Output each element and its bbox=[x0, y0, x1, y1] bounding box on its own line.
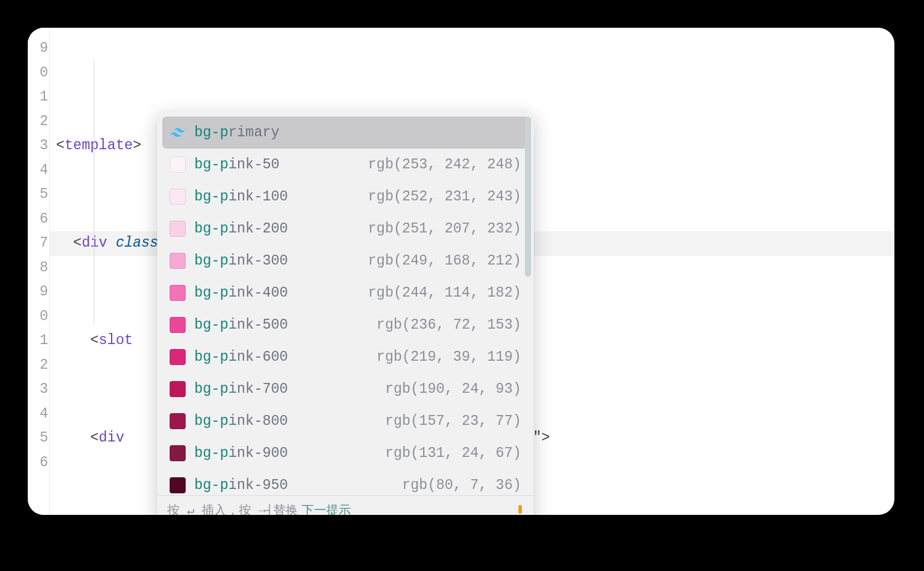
autocomplete-item[interactable]: bg-pink-200rgb(251, 207, 232) bbox=[162, 213, 529, 245]
autocomplete-label: bg-pink-50 bbox=[194, 157, 368, 173]
line-number: 8 bbox=[28, 256, 49, 281]
autocomplete-label: bg-primary bbox=[194, 125, 521, 141]
autocomplete-item[interactable]: bg-pink-50rgb(253, 242, 248) bbox=[162, 149, 529, 181]
autocomplete-value: rgb(80, 7, 36) bbox=[402, 477, 521, 493]
autocomplete-label: bg-pink-500 bbox=[194, 317, 376, 333]
autocomplete-footer: 按 ↵ 插入，按 →┤替换 下一提示 ••• bbox=[157, 495, 534, 515]
autocomplete-label: bg-pink-400 bbox=[194, 285, 368, 301]
line-number: 2 bbox=[28, 353, 49, 378]
autocomplete-label: bg-pink-600 bbox=[194, 349, 376, 365]
line-number: 7 bbox=[28, 231, 49, 256]
line-number: 6 bbox=[28, 451, 49, 475]
autocomplete-value: rgb(131, 24, 67) bbox=[385, 445, 521, 461]
color-swatch-icon bbox=[170, 285, 186, 301]
autocomplete-value: rgb(244, 114, 182) bbox=[368, 285, 521, 301]
line-number: 2 bbox=[28, 110, 49, 134]
autocomplete-value: rgb(253, 242, 248) bbox=[368, 157, 521, 173]
autocomplete-value: rgb(251, 207, 232) bbox=[368, 221, 521, 237]
autocomplete-label: bg-pink-800 bbox=[194, 413, 385, 429]
autocomplete-value: rgb(252, 231, 243) bbox=[368, 189, 521, 205]
autocomplete-item[interactable]: bg-pink-800rgb(157, 23, 77) bbox=[162, 405, 529, 437]
color-swatch-icon bbox=[170, 221, 186, 237]
line-number: 1 bbox=[28, 85, 49, 110]
autocomplete-item[interactable]: bg-pink-900rgb(131, 24, 67) bbox=[162, 437, 529, 469]
autocomplete-value: rgb(249, 168, 212) bbox=[368, 253, 521, 269]
autocomplete-list[interactable]: bg-primarybg-pink-50rgb(253, 242, 248)bg… bbox=[157, 110, 534, 495]
autocomplete-label: bg-pink-950 bbox=[194, 477, 402, 493]
code-editor-window: 9 0 1 2 3 4 5 6 7 8 9 0 1 2 3 4 5 6 <tem… bbox=[28, 28, 894, 515]
autocomplete-hint: 按 ↵ 插入，按 →┤替换 bbox=[167, 502, 298, 515]
color-swatch-icon bbox=[170, 253, 186, 269]
line-number: 3 bbox=[28, 377, 49, 402]
line-number: 6 bbox=[28, 207, 49, 232]
line-number: 0 bbox=[28, 305, 49, 329]
autocomplete-value: rgb(190, 24, 93) bbox=[385, 381, 521, 397]
autocomplete-label: bg-pink-900 bbox=[194, 445, 385, 461]
autocomplete-value: rgb(236, 72, 153) bbox=[376, 317, 521, 333]
autocomplete-item[interactable]: bg-pink-600rgb(219, 39, 119) bbox=[162, 341, 529, 373]
tailwind-icon bbox=[170, 125, 186, 141]
autocomplete-item[interactable]: bg-pink-700rgb(190, 24, 93) bbox=[162, 373, 529, 405]
kebab-menu-icon[interactable]: ••• bbox=[516, 507, 524, 514]
autocomplete-scrollbar[interactable] bbox=[525, 117, 531, 277]
autocomplete-label: bg-pink-300 bbox=[194, 253, 368, 269]
color-swatch-icon bbox=[170, 413, 186, 429]
autocomplete-item[interactable]: bg-pink-950rgb(80, 7, 36) bbox=[162, 469, 529, 495]
autocomplete-item[interactable]: bg-pink-400rgb(244, 114, 182) bbox=[162, 277, 529, 309]
autocomplete-label: bg-pink-700 bbox=[194, 381, 385, 397]
line-number: 9 bbox=[28, 36, 49, 61]
autocomplete-label: bg-pink-100 bbox=[194, 189, 368, 205]
line-number: 3 bbox=[28, 134, 49, 158]
indent-guide bbox=[94, 59, 94, 323]
color-swatch-icon bbox=[170, 477, 186, 493]
next-hint-link[interactable]: 下一提示 bbox=[302, 502, 351, 515]
autocomplete-popup: bg-primarybg-pink-50rgb(253, 242, 248)bg… bbox=[157, 110, 534, 515]
line-number-gutter: 9 0 1 2 3 4 5 6 7 8 9 0 1 2 3 4 5 6 bbox=[28, 28, 50, 515]
autocomplete-label: bg-pink-200 bbox=[194, 221, 368, 237]
color-swatch-icon bbox=[170, 445, 186, 461]
color-swatch-icon bbox=[170, 349, 186, 365]
line-number: 4 bbox=[28, 402, 49, 427]
autocomplete-item[interactable]: bg-pink-300rgb(249, 168, 212) bbox=[162, 245, 529, 277]
autocomplete-value: rgb(157, 23, 77) bbox=[385, 413, 521, 429]
autocomplete-item[interactable]: bg-pink-100rgb(252, 231, 243) bbox=[162, 181, 529, 213]
color-swatch-icon bbox=[170, 317, 186, 333]
line-number: 0 bbox=[28, 61, 49, 86]
color-swatch-icon bbox=[170, 189, 186, 205]
autocomplete-item[interactable]: bg-primary bbox=[162, 117, 529, 149]
line-number: 9 bbox=[28, 280, 49, 305]
line-number: 5 bbox=[28, 183, 49, 207]
line-number: 4 bbox=[28, 158, 49, 183]
autocomplete-item[interactable]: bg-pink-500rgb(236, 72, 153) bbox=[162, 309, 529, 341]
autocomplete-value: rgb(219, 39, 119) bbox=[376, 349, 521, 365]
color-swatch-icon bbox=[170, 157, 186, 173]
color-swatch-icon bbox=[170, 381, 186, 397]
line-number: 5 bbox=[28, 426, 49, 451]
line-number: 1 bbox=[28, 329, 49, 353]
